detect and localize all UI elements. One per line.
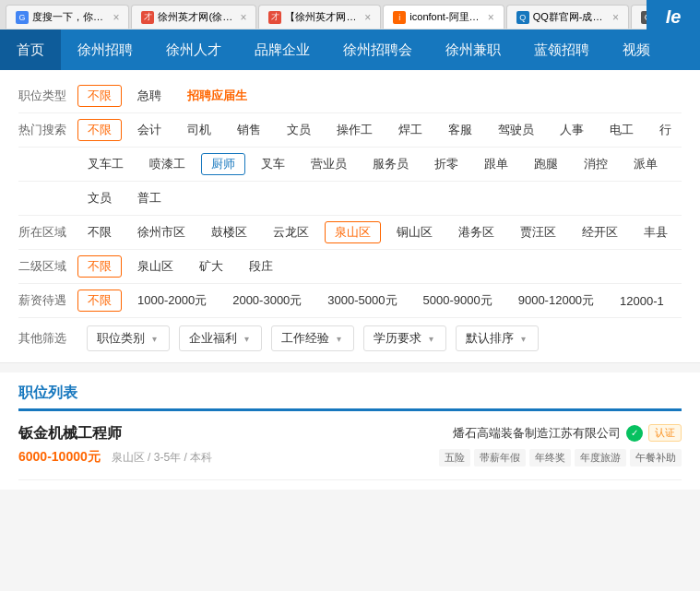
filter-tag[interactable]: 港务区 xyxy=(448,221,504,243)
browser-tab-tab5[interactable]: QQQ群官网-成员管理× xyxy=(506,5,629,29)
nav-item-fair[interactable]: 徐州招聘会 xyxy=(326,30,429,70)
job-details: 泉山区 / 3-5年 / 本科 xyxy=(112,450,212,466)
benefit-tags: 五险带薪年假年终奖年度旅游午餐补助 xyxy=(439,449,682,467)
job-list-container: 钣金机械工程师6000-10000元泉山区 / 3-5年 / 本科燔石高端装备制… xyxy=(18,411,682,480)
filter-tag[interactable]: 不限 xyxy=(77,290,122,312)
filter-row: 二级区域不限泉山区矿大段庄 xyxy=(18,250,682,284)
tab-close-tab1[interactable]: × xyxy=(113,11,119,24)
tab-favicon-tab5: Q xyxy=(516,11,529,24)
tab-close-tab2[interactable]: × xyxy=(240,11,246,24)
browser-tab-tab1[interactable]: G度搜一下，你就知道× xyxy=(6,5,129,29)
filter-tag[interactable]: 服务员 xyxy=(362,153,419,175)
filter-tag[interactable]: 鼓楼区 xyxy=(201,221,257,243)
nav-item-brand[interactable]: 品牌企业 xyxy=(238,30,326,70)
filter-tag[interactable]: 9000-12000元 xyxy=(508,290,604,312)
filter-tag[interactable]: 驾驶员 xyxy=(488,119,544,141)
filter-tag[interactable]: 云龙区 xyxy=(263,221,319,243)
filter-tag[interactable]: 12000-1 xyxy=(610,291,674,311)
filter-tag[interactable]: 厨师 xyxy=(201,153,245,175)
filter-tag[interactable]: 不限 xyxy=(77,255,122,278)
filter-tag[interactable]: 5000-9000元 xyxy=(413,290,503,312)
filter-tag[interactable]: 不限 xyxy=(77,85,122,107)
filter-tag[interactable]: 行 xyxy=(649,119,682,141)
filter-tag[interactable]: 普工 xyxy=(127,187,172,209)
filter-tag[interactable]: 段庄 xyxy=(239,255,283,278)
nav-item-video[interactable]: 视频 xyxy=(606,30,667,70)
filter-tag[interactable]: 泉山区 xyxy=(325,221,381,243)
filter-tag[interactable]: 1000-2000元 xyxy=(127,290,217,312)
dropdown-arrow-icon: ▾ xyxy=(429,334,433,344)
filter-tag[interactable]: 销售 xyxy=(227,119,271,141)
browser-tab-tab4[interactable]: iiconfont-阿里巴巴...× xyxy=(383,5,504,29)
filter-row-label: 薪资待遇 xyxy=(18,292,77,309)
filter-tag[interactable]: 跟单 xyxy=(474,153,518,175)
filter-tag[interactable]: 司机 xyxy=(177,119,221,141)
filter-tag[interactable]: 泉山区 xyxy=(127,255,184,278)
filter-section: 职位类型不限急聘招聘应届生热门搜索不限会计司机销售文员操作工焊工客服驾驶员人事电… xyxy=(0,70,700,363)
dropdown-label: 职位类别 xyxy=(97,330,145,347)
filter-tag[interactable]: 经开区 xyxy=(572,221,628,243)
dropdown-arrow-icon: ▾ xyxy=(521,334,526,344)
filter-tag[interactable]: 2000-3000元 xyxy=(222,290,312,312)
nav-item-blue[interactable]: 蓝领招聘 xyxy=(517,30,606,70)
filter-tag[interactable]: 营业员 xyxy=(301,153,357,175)
benefit-tag: 午餐补助 xyxy=(630,449,682,467)
company-row: 燔石高端装备制造江苏有限公司✓认证 xyxy=(453,424,682,442)
dropdown-arrow-icon: ▾ xyxy=(337,334,341,344)
tab-favicon-tab3: 才 xyxy=(268,11,281,24)
filter-tag[interactable]: 铜山区 xyxy=(386,221,443,243)
job-left: 钣金机械工程师6000-10000元泉山区 / 3-5年 / 本科 xyxy=(18,424,212,466)
filter-tag[interactable]: 丰县 xyxy=(634,221,678,243)
filter-tag[interactable]: 派单 xyxy=(623,153,668,175)
filter-tag[interactable]: 焊工 xyxy=(388,119,433,141)
filter-dropdown-education[interactable]: 学历要求▾ xyxy=(363,325,446,351)
tab-close-tab4[interactable]: × xyxy=(488,11,494,24)
filter-tag[interactable]: 跑腿 xyxy=(524,153,568,175)
job-list-section: 职位列表 钣金机械工程师6000-10000元泉山区 / 3-5年 / 本科燔石… xyxy=(0,372,700,490)
filter-dropdown-welfare[interactable]: 企业福利▾ xyxy=(179,325,262,351)
dropdown-label: 企业福利 xyxy=(189,330,237,347)
filter-tag[interactable]: 文员 xyxy=(77,187,122,209)
filter-tag[interactable]: 操作工 xyxy=(326,119,383,141)
filter-tag[interactable]: 3000-5000元 xyxy=(317,290,407,312)
filter-tag[interactable]: 招聘应届生 xyxy=(177,85,257,107)
job-card: 钣金机械工程师6000-10000元泉山区 / 3-5年 / 本科燔石高端装备制… xyxy=(18,411,682,480)
filter-tag[interactable]: 消控 xyxy=(574,153,618,175)
job-salary: 6000-10000元 xyxy=(18,449,101,466)
job-meta: 6000-10000元泉山区 / 3-5年 / 本科 xyxy=(18,449,212,466)
nav-item-part[interactable]: 徐州兼职 xyxy=(429,30,517,70)
filter-dropdown-sort[interactable]: 默认排序▾ xyxy=(456,325,539,351)
nav-item-jobs[interactable]: 徐州招聘 xyxy=(61,30,149,70)
job-title[interactable]: 钣金机械工程师 xyxy=(18,424,212,443)
filter-dropdown-experience[interactable]: 工作经验▾ xyxy=(271,325,354,351)
top-right-icon[interactable]: Ie xyxy=(647,0,700,34)
filter-tag[interactable]: 叉车工 xyxy=(77,153,134,175)
filter-tag[interactable]: 急聘 xyxy=(127,85,172,107)
tab-close-tab5[interactable]: × xyxy=(612,11,619,24)
filter-tags: 不限泉山区矿大段庄 xyxy=(77,255,682,278)
nav-item-home[interactable]: 首页 xyxy=(0,30,61,70)
filter-tag[interactable]: 折零 xyxy=(424,153,469,175)
filter-tag[interactable]: 喷漆工 xyxy=(139,153,196,175)
filter-tag[interactable]: 矿大 xyxy=(189,255,233,278)
nav-item-talent[interactable]: 徐州人才 xyxy=(149,30,238,70)
section-title-bar: 职位列表 xyxy=(18,372,682,411)
filter-tags: 叉车工喷漆工厨师叉车营业员服务员折零跟单跑腿消控派单 xyxy=(77,153,682,175)
filter-tag[interactable]: 客服 xyxy=(438,119,482,141)
browser-tab-tab3[interactable]: 才【徐州英才网】营...× xyxy=(258,5,381,29)
filter-tag[interactable]: 人事 xyxy=(550,119,594,141)
filter-tag[interactable]: 徐州市区 xyxy=(127,221,196,243)
company-name[interactable]: 燔石高端装备制造江苏有限公司 xyxy=(453,425,621,442)
filter-tag[interactable]: 文员 xyxy=(277,119,321,141)
filter-row: 薪资待遇不限1000-2000元2000-3000元3000-5000元5000… xyxy=(18,284,682,318)
filter-tag[interactable]: 叉车 xyxy=(251,153,295,175)
tab-favicon-tab1: G xyxy=(16,11,29,24)
browser-tab-tab2[interactable]: 才徐州英才网(徐州招...× xyxy=(131,5,256,29)
filter-tag[interactable]: 贾汪区 xyxy=(510,221,566,243)
filter-tag[interactable]: 会计 xyxy=(127,119,172,141)
filter-dropdown-job-type[interactable]: 职位类别▾ xyxy=(87,325,170,351)
tab-close-tab3[interactable]: × xyxy=(364,11,371,24)
filter-tag[interactable]: 电工 xyxy=(599,119,644,141)
filter-tag[interactable]: 不限 xyxy=(77,221,122,243)
filter-tag[interactable]: 不限 xyxy=(77,119,122,141)
